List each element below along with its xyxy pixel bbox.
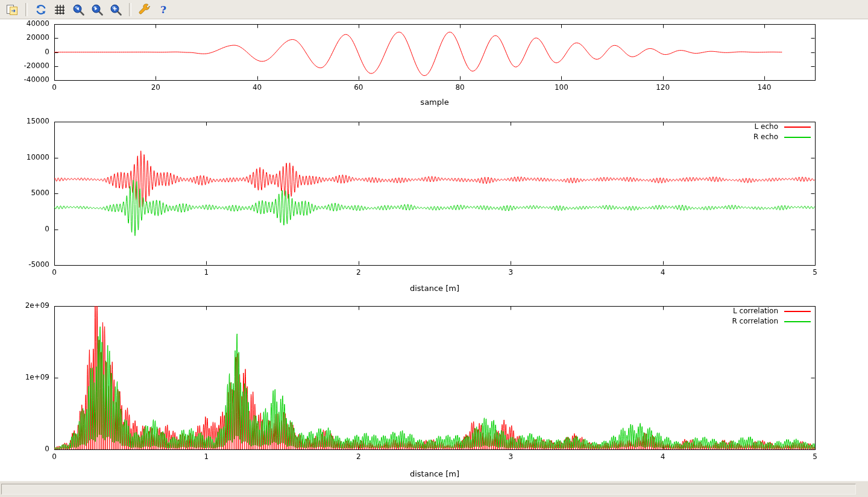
copy-to-clipboard-button[interactable] bbox=[4, 2, 20, 17]
legend-label: R correlation bbox=[732, 317, 778, 325]
svg-text:?: ? bbox=[160, 4, 166, 16]
help-button[interactable]: ? bbox=[155, 2, 172, 17]
autoscale-button[interactable] bbox=[107, 2, 124, 17]
status-bar bbox=[0, 481, 868, 497]
legend-line-sample bbox=[784, 127, 811, 128]
refresh-icon bbox=[34, 3, 48, 16]
waveform-plot: sample bbox=[0, 19, 868, 116]
legend-entry: L echo bbox=[755, 123, 811, 131]
grid-icon bbox=[53, 3, 66, 16]
status-text bbox=[1, 484, 856, 495]
zoom-autoscale-icon bbox=[109, 3, 122, 16]
echo-plot-legend: L echoR echo bbox=[753, 123, 811, 141]
legend-line-sample bbox=[784, 321, 811, 322]
waveform-plot-canvas[interactable] bbox=[0, 19, 868, 116]
help-icon: ? bbox=[157, 3, 170, 16]
zoom-next-icon bbox=[90, 3, 104, 16]
toggle-grid-button[interactable] bbox=[51, 2, 68, 17]
wrench-icon bbox=[138, 3, 151, 16]
zoom-previous-icon bbox=[72, 3, 85, 16]
echo-plot: L echoR echo distance [m] bbox=[0, 116, 868, 296]
legend-line-sample bbox=[784, 311, 811, 312]
legend-entry: R correlation bbox=[732, 317, 811, 325]
zoom-previous-button[interactable] bbox=[70, 2, 87, 17]
echo-plot-canvas[interactable] bbox=[0, 116, 868, 296]
correlation-plot: L correlationR correlation distance [m] bbox=[0, 296, 868, 481]
toolbar-separator bbox=[129, 3, 131, 16]
clipboard-icon bbox=[5, 3, 19, 16]
replot-button[interactable] bbox=[33, 2, 49, 17]
legend-label: R echo bbox=[753, 133, 778, 141]
toolbar-separator bbox=[25, 3, 28, 16]
legend-line-sample bbox=[784, 137, 811, 138]
correlation-plot-legend: L correlationR correlation bbox=[732, 307, 811, 325]
legend-label: L echo bbox=[755, 123, 778, 131]
legend-entry: R echo bbox=[753, 133, 811, 141]
legend-entry: L correlation bbox=[733, 307, 811, 315]
toolbar: ? bbox=[0, 0, 868, 19]
configure-button[interactable] bbox=[136, 2, 153, 17]
zoom-next-button[interactable] bbox=[89, 2, 105, 17]
legend-label: L correlation bbox=[733, 307, 778, 315]
